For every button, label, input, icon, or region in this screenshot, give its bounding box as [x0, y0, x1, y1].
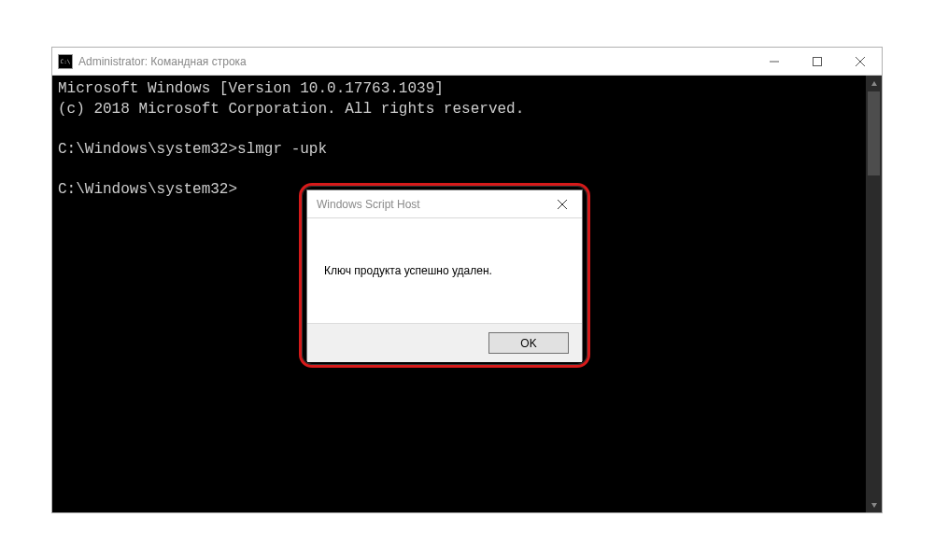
terminal-line: C:\Windows\system32> [58, 181, 237, 198]
dialog-title: Windows Script Host [317, 198, 543, 211]
scrollbar[interactable] [866, 76, 882, 512]
dialog-message: Ключ продукта успешно удален. [324, 264, 492, 277]
scroll-up-icon[interactable] [866, 76, 882, 91]
terminal-line: Microsoft Windows [Version 10.0.17763.10… [58, 80, 444, 97]
scroll-down-icon[interactable] [866, 497, 882, 512]
scroll-thumb[interactable] [868, 91, 880, 175]
terminal-line: (c) 2018 Microsoft Corporation. All righ… [58, 101, 524, 118]
close-button[interactable] [839, 48, 882, 75]
cmd-icon [58, 54, 73, 69]
minimize-button[interactable] [753, 48, 796, 75]
dialog-titlebar: Windows Script Host [307, 190, 582, 218]
window-title: Administrator: Командная строка [78, 55, 753, 68]
titlebar: Administrator: Командная строка [52, 48, 882, 76]
terminal-line: C:\Windows\system32>slmgr -upk [58, 141, 327, 158]
script-host-dialog: Windows Script Host Ключ продукта успешн… [306, 189, 583, 361]
ok-button[interactable]: OK [488, 332, 569, 354]
dialog-body: Ключ продукта успешно удален. [307, 218, 582, 323]
window-controls [753, 48, 882, 75]
svg-rect-1 [814, 57, 822, 65]
dialog-footer: OK [307, 323, 582, 362]
dialog-close-button[interactable] [543, 190, 582, 217]
svg-marker-4 [871, 81, 877, 86]
svg-marker-5 [871, 503, 877, 508]
maximize-button[interactable] [796, 48, 839, 75]
